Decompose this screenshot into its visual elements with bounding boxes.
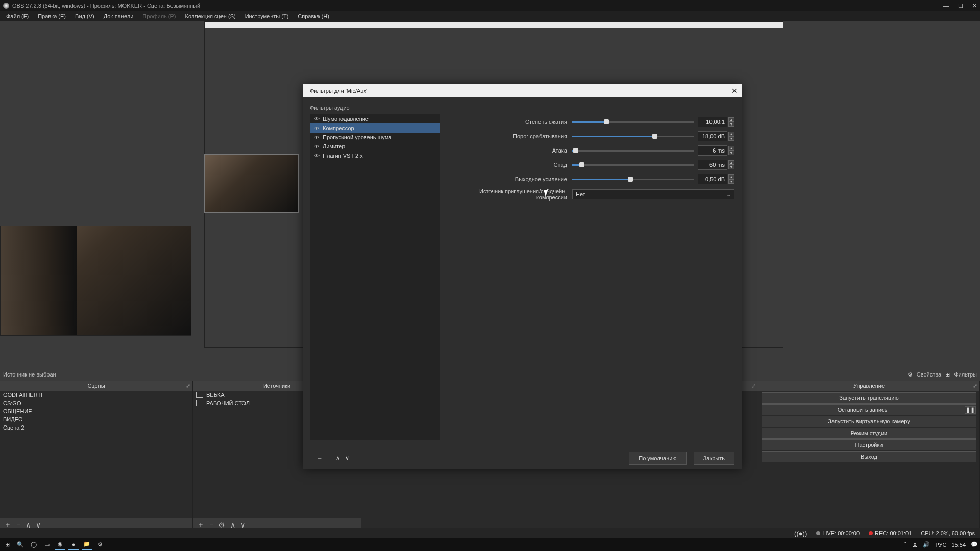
popout-icon[interactable]: ⤢ <box>186 383 190 389</box>
release-input[interactable] <box>698 160 727 170</box>
eye-icon[interactable] <box>314 153 320 159</box>
sidechain-select[interactable]: Нет⌄ <box>572 189 734 199</box>
settings-button[interactable]: Настройки <box>762 439 976 450</box>
search-button[interactable]: 🔍 <box>15 540 26 550</box>
eye-icon[interactable] <box>314 125 320 131</box>
ratio-input[interactable] <box>698 117 727 127</box>
stepper-up[interactable]: ▲ <box>728 117 734 122</box>
status-cpu: CPU: 2.0%, 60.00 fps <box>921 530 975 536</box>
attack-slider[interactable] <box>572 147 694 154</box>
menu-scene-collection[interactable]: Коллекция сцен (S) <box>181 12 240 20</box>
tray-time[interactable]: 15:54 <box>951 542 966 548</box>
filter-list[interactable]: Шумоподавление Компрессор Пропускной уро… <box>310 114 440 440</box>
gain-input[interactable] <box>698 174 727 184</box>
stepper-down[interactable]: ▼ <box>728 179 734 184</box>
dialog-title: Фильтры для 'Mic/Aux' <box>310 88 368 94</box>
eye-icon[interactable] <box>314 143 320 149</box>
status-rec: REC: 00:01:01 <box>875 530 912 536</box>
no-source-label: Источник не выбран <box>3 371 56 378</box>
stop-record-button[interactable]: Остановить запись❚❚ <box>762 404 976 415</box>
threshold-input[interactable] <box>698 131 727 141</box>
scene-item[interactable]: ОБЩЕНИЕ <box>0 407 192 415</box>
release-slider[interactable] <box>572 161 694 168</box>
tray-network-icon[interactable]: 🖧 <box>912 542 918 548</box>
exit-button[interactable]: Выход <box>762 451 976 462</box>
panel-title: Управление <box>853 383 885 389</box>
webcam-thumbnail <box>204 154 299 213</box>
properties-button[interactable]: Свойства <box>917 371 941 378</box>
stepper-down[interactable]: ▼ <box>728 151 734 155</box>
dialog-close-button[interactable]: ✕ <box>731 87 738 95</box>
filter-item[interactable]: Плагин VST 2.x <box>310 151 440 160</box>
studio-mode-button[interactable]: Режим студии <box>762 428 976 439</box>
scene-item[interactable]: CS:GO <box>0 399 192 407</box>
menu-profile: Профиль (P) <box>138 12 180 20</box>
scenes-list[interactable]: GODFATHER II CS:GO ОБЩЕНИЕ ВИДЕО Сцена 2 <box>0 391 192 518</box>
explorer-icon[interactable]: 📁 <box>82 540 92 550</box>
stepper-down[interactable]: ▼ <box>728 165 734 169</box>
tray-lang[interactable]: РУС <box>935 542 946 548</box>
dialog-titlebar[interactable]: Фильтры для 'Mic/Aux' ✕ <box>303 84 742 97</box>
stepper-up[interactable]: ▲ <box>728 174 734 179</box>
move-filter-up-button[interactable]: ∧ <box>336 455 340 462</box>
filter-item[interactable]: Пропускной уровень шума <box>310 133 440 142</box>
panel-title: Источники <box>263 383 290 389</box>
eye-icon[interactable] <box>314 134 320 140</box>
defaults-button[interactable]: По умолчанию <box>629 452 686 465</box>
eye-icon[interactable] <box>314 116 320 122</box>
stepper-up[interactable]: ▲ <box>728 160 734 165</box>
settings-icon[interactable]: ⚙ <box>95 540 105 550</box>
menu-edit[interactable]: Правка (E) <box>34 12 70 20</box>
menu-docks[interactable]: Док-панели <box>100 12 138 20</box>
start-stream-button[interactable]: Запустить трансляцию <box>762 392 976 404</box>
stepper-down[interactable]: ▼ <box>728 136 734 141</box>
stepper-down[interactable]: ▼ <box>728 122 734 127</box>
menu-view[interactable]: Вид (V) <box>71 12 99 20</box>
virtual-cam-button[interactable]: Запустить виртуальную камеру <box>762 416 976 427</box>
filter-item[interactable]: Лимитер <box>310 142 440 151</box>
scene-item[interactable]: ВИДЕО <box>0 415 192 423</box>
stepper-up[interactable]: ▲ <box>728 132 734 136</box>
scene-item[interactable]: GODFATHER II <box>0 391 192 399</box>
chrome-icon[interactable]: ◉ <box>55 540 65 550</box>
threshold-label: Порог срабатывания <box>449 133 567 139</box>
cortana-icon[interactable]: ◯ <box>29 540 39 550</box>
pause-record-button[interactable]: ❚❚ <box>965 406 976 414</box>
status-bar: ((●)) LIVE: 00:00:00 REC: 00:01:01 CPU: … <box>0 528 980 538</box>
close-dialog-button[interactable]: Закрыть <box>694 452 734 465</box>
menu-tools[interactable]: Инструменты (T) <box>241 12 293 20</box>
menu-file[interactable]: Файл (F) <box>2 12 33 20</box>
gain-slider[interactable] <box>572 176 694 183</box>
tray-notifications-icon[interactable]: 💬 <box>971 541 978 548</box>
menu-help[interactable]: Справка (H) <box>293 12 333 20</box>
filter-item[interactable]: Компрессор <box>310 123 440 133</box>
tray-volume-icon[interactable]: 🔊 <box>923 541 930 548</box>
filter-item[interactable]: Шумоподавление <box>310 114 440 123</box>
threshold-slider[interactable] <box>572 133 694 140</box>
rec-dot-icon <box>869 531 873 535</box>
stepper-up[interactable]: ▲ <box>728 146 734 151</box>
minimize-button[interactable]: ― <box>943 3 949 9</box>
maximize-button[interactable]: ☐ <box>958 3 963 9</box>
taskview-icon[interactable]: ▭ <box>42 540 52 550</box>
attack-input[interactable] <box>698 145 727 156</box>
ratio-slider[interactable] <box>572 118 694 126</box>
move-filter-down-button[interactable]: ∨ <box>345 455 349 462</box>
broadcast-indicator: ((●)) <box>794 530 807 537</box>
sidechain-label: Источник приглушения/сайдчейн-компрессии <box>449 188 567 201</box>
window-title: OBS 27.2.3 (64-bit, windows) - Профиль: … <box>12 3 200 9</box>
close-button[interactable]: ✕ <box>972 3 977 9</box>
add-filter-button[interactable]: ＋ <box>317 455 323 462</box>
chevron-down-icon: ⌄ <box>726 191 731 198</box>
obs-icon[interactable]: ● <box>68 540 79 550</box>
remove-filter-button[interactable]: − <box>328 455 331 462</box>
scenes-panel: Сцены⤢ GODFATHER II CS:GO ОБЩЕНИЕ ВИДЕО … <box>0 381 193 532</box>
camera-icon <box>196 392 203 398</box>
tray-chevron-icon[interactable]: ˄ <box>904 541 907 548</box>
scene-item[interactable]: Сцена 2 <box>0 423 192 432</box>
popout-icon[interactable]: ⤢ <box>751 383 756 389</box>
popout-icon[interactable]: ⤢ <box>973 383 977 389</box>
start-button[interactable]: ⊞ <box>2 540 12 550</box>
filters-button[interactable]: Фильтры <box>954 371 977 378</box>
gain-label: Выходное усиление <box>449 176 567 182</box>
